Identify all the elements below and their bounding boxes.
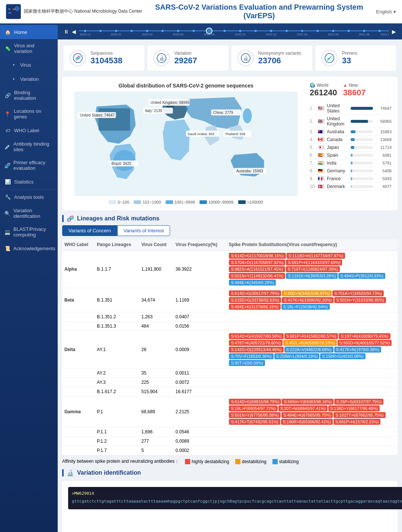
sidebar-item-virus-variation[interactable]: 🦠 Virus and variation bbox=[0, 39, 58, 58]
spike-badge: S:158R>G(403/0.08%) bbox=[320, 353, 366, 359]
country-row-3: 3. 🇦🇺 Australia 15983 bbox=[310, 128, 392, 136]
sidebar-label-virus-variation: Virus and variation bbox=[14, 43, 53, 54]
lineages-section-header: 🧬 Lineages and Risk mutations bbox=[62, 215, 398, 222]
sidebar-item-stats[interactable]: 📊 Statistics bbox=[0, 175, 58, 189]
spike-badge: S:570A>D(1167058/97.92%) bbox=[229, 259, 285, 265]
new-text: New bbox=[349, 83, 358, 88]
svg-point-48 bbox=[243, 108, 252, 123]
svg-text:2021.06: 2021.06 bbox=[359, 33, 370, 36]
spike-badge: S:85T>I(0/0.00%) bbox=[229, 360, 265, 366]
cell-pango: B.1.351.2 bbox=[95, 312, 139, 322]
sidebar-item-ack[interactable]: 📜 Acknowledgements bbox=[0, 241, 58, 255]
globe-icon: 🌍 bbox=[310, 83, 315, 88]
nstm-logo: N sti m bbox=[6, 4, 21, 19]
chevron-down-icon: ▾ bbox=[393, 9, 396, 15]
spike-badge: S:501N>Y(67756/95.88%) bbox=[229, 412, 281, 418]
cell-who-label bbox=[62, 446, 95, 455]
aff-color-yellow bbox=[235, 459, 240, 464]
sidebar-item-variation[interactable]: • Variation bbox=[0, 72, 58, 86]
bar-es bbox=[351, 154, 352, 157]
stat-card-sequences: 🧬 Sequences 3104538 bbox=[64, 45, 144, 71]
svg-text:2020.02: 2020.02 bbox=[111, 33, 121, 36]
spike-badge: S:190R>S(65306/92.41%) bbox=[281, 419, 333, 425]
tab-variants-concern[interactable]: Variants of Concern bbox=[62, 225, 117, 236]
tab-variants-interest[interactable]: Variants of Interest bbox=[117, 225, 170, 236]
timeline-prev-btn[interactable]: ◀ bbox=[72, 29, 76, 35]
svg-point-26 bbox=[363, 30, 365, 32]
sidebar-item-antibody[interactable]: 💉 Antibody binding sites bbox=[0, 137, 58, 156]
spike-badge: S:494S>P(3912/0.33%) bbox=[338, 273, 385, 279]
spike-badge: S:681P>R(415882/80.57%) bbox=[284, 333, 338, 339]
spike-badge: S:484E>K(67665/95.75%) bbox=[281, 412, 333, 418]
cell-who-label bbox=[62, 378, 95, 387]
spike-badge: S:665H>Y(69383/98.18%) bbox=[282, 399, 334, 405]
seq-id-label: >MW629014 bbox=[72, 491, 402, 497]
language-selector[interactable]: English ▾ bbox=[376, 9, 396, 15]
sequence-input-area[interactable]: >MW629014 gttcgatctcttgtagatttcttaaaaata… bbox=[68, 487, 402, 509]
count-es: 6081 bbox=[375, 153, 392, 157]
name-au: Australia bbox=[327, 129, 348, 134]
cell-freq: 0.0089 bbox=[173, 437, 226, 446]
sidebar-item-binding[interactable]: 🔗 Binding evaluation bbox=[0, 86, 58, 105]
lineages-tabs: Variants of Concern Variants of Interest bbox=[62, 225, 398, 236]
cell-freq: 0.0546 bbox=[173, 427, 226, 437]
institute-name: 国家微生物科学数据中心 National Microbiology Data C… bbox=[24, 9, 142, 15]
timeline-pause-btn[interactable]: ⏸ bbox=[64, 29, 69, 35]
sidebar-item-virus[interactable]: • Virus bbox=[0, 58, 58, 72]
legend-label-gt100000: >100000 bbox=[247, 200, 263, 204]
lineages-table: WHO Label Pango Lineages Virus Count Vir… bbox=[62, 239, 398, 455]
sidebar-item-var-id[interactable]: 🔍 Variation identification bbox=[0, 204, 58, 223]
sidebar-item-blast[interactable]: 💻 BLAST/Privacy computing bbox=[0, 223, 58, 241]
timeline-next-btn[interactable]: ▶ bbox=[392, 29, 396, 35]
cell-spikes bbox=[226, 378, 398, 387]
svg-text:2021.02: 2021.02 bbox=[297, 33, 307, 36]
table-row: P.1.1 1,696 0.0546 bbox=[62, 427, 398, 437]
legend-color-gt100000 bbox=[238, 200, 246, 204]
sidebar-item-who[interactable]: 🏷 WHO Label bbox=[0, 123, 58, 137]
virus-icon: 🦠 bbox=[4, 45, 11, 52]
cell-count: 34,674 bbox=[139, 288, 173, 312]
sidebar-item-tools[interactable]: 🔧 Analysis tools bbox=[0, 190, 58, 204]
var-id-icon: 🔍 bbox=[4, 210, 10, 217]
cell-freq: 0.0072 bbox=[173, 378, 226, 387]
stat-card-variation: 🔬 Variation 29267 bbox=[147, 45, 228, 71]
spike-badge: S:614D>G(35617/97.79%) bbox=[229, 290, 281, 296]
sidebar-item-locations[interactable]: 📍 Locations on genes bbox=[0, 105, 58, 123]
spike-badge: S:701A>Y(34503/94.73%) bbox=[332, 290, 384, 296]
sidebar-label-locations: Locations on genes bbox=[14, 108, 53, 120]
svg-point-23 bbox=[316, 30, 319, 32]
svg-text:Thailand: 658: Thailand: 658 bbox=[225, 132, 246, 136]
spike-badge: S:614D>G(69815/98.79%) bbox=[229, 399, 281, 405]
country-row-10: 10. 🇩🇰 Denmark 4077 bbox=[310, 183, 392, 191]
flag-ca: 🇨🇦 bbox=[318, 137, 325, 142]
spike-badge: S:26P>S(69107/97.79%) bbox=[334, 399, 383, 405]
col-who-label: WHO Label bbox=[62, 239, 95, 251]
cell-who-label: Alpha bbox=[62, 251, 95, 288]
svg-point-13 bbox=[162, 30, 164, 32]
primers-value: 33 bbox=[342, 56, 357, 66]
variation-value: 29267 bbox=[174, 56, 197, 66]
spike-badge: S:417K>N(33580/92.20%) bbox=[282, 297, 334, 303]
col-count: Virus Count bbox=[139, 239, 173, 251]
rank-4: 4. bbox=[310, 137, 316, 142]
svg-text:🔬: 🔬 bbox=[243, 55, 248, 61]
locations-icon: 📍 bbox=[4, 111, 11, 117]
legend-item-10000-99999: 10000~99999 bbox=[200, 200, 234, 204]
map-title: Global distribution of SARS-CoV-2 genome… bbox=[68, 83, 304, 89]
sidebar-label-virus: Virus bbox=[20, 62, 31, 68]
cell-count: 515,904 bbox=[139, 387, 173, 396]
svg-text:2020.10: 2020.10 bbox=[235, 33, 246, 36]
sidebar-item-primer[interactable]: 🧬 Primer efficacy evaluation bbox=[0, 156, 58, 175]
rank-7: 7. bbox=[310, 160, 316, 166]
legend-label-10000-99999: 10000~99999 bbox=[208, 200, 234, 204]
sidebar-item-home[interactable]: 🏠 Home bbox=[0, 25, 58, 39]
variation-id-header: 🔬 Variation identification bbox=[62, 469, 398, 477]
rank-6: 6 bbox=[310, 153, 316, 158]
world-stat: 🌍 World 261240 bbox=[310, 83, 337, 98]
flag-de: 🇩🇪 bbox=[318, 169, 325, 173]
bar-au bbox=[351, 130, 355, 133]
name-us: United States bbox=[327, 103, 348, 114]
nonsynonym-icon: 🔬 bbox=[237, 50, 254, 66]
cell-pango: AY.2 bbox=[95, 369, 139, 378]
table-row: B.1.351.2 1,263 0.0407 bbox=[62, 312, 398, 322]
